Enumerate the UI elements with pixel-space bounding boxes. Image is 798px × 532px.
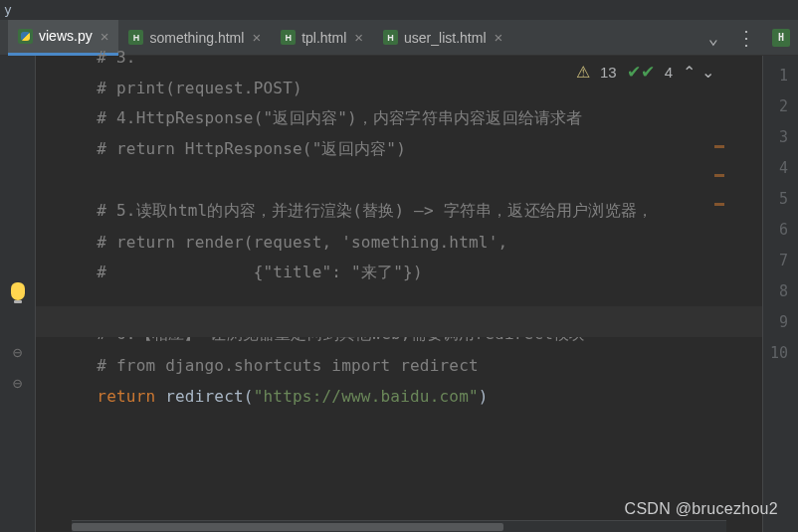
code-line: # return render(request, 'something.html… <box>36 227 762 258</box>
line-number: 3 <box>763 121 798 152</box>
horizontal-scrollbar[interactable] <box>72 520 726 532</box>
fold-icon[interactable]: ⊖ <box>0 337 35 368</box>
python-icon <box>18 29 33 44</box>
code-line <box>36 288 762 319</box>
editor: ⊖ ⊖ ⚠ 13 ✔✔ 4 ⌃ ⌄ # 3. # print(request.P… <box>0 56 798 532</box>
fold-icon[interactable]: ⊖ <box>0 368 35 399</box>
scrollbar-thumb[interactable] <box>72 523 503 531</box>
code-line: # return HttpResponse("返回内容") <box>36 134 762 165</box>
nav-up-icon[interactable]: ⌃ <box>683 63 696 82</box>
line-number: 9 <box>763 306 798 337</box>
warning-count: 13 <box>600 64 617 81</box>
line-number-gutter: 1 2 3 4 5 6 7 8 9 10 <box>762 56 798 532</box>
code-line: # {"title": "来了"}) <box>36 258 762 288</box>
inspection-badges: ⚠ 13 ✔✔ 4 ⌃ ⌄ <box>576 62 714 83</box>
code-line: # from django.shortcuts import redirect <box>36 350 762 381</box>
html-icon[interactable]: H <box>772 29 790 47</box>
code-area[interactable]: ⚠ 13 ✔✔ 4 ⌃ ⌄ # 3. # print(request.POST)… <box>36 56 762 532</box>
line-number: 1 <box>763 60 798 90</box>
line-number: 6 <box>763 214 798 245</box>
code-line: # 5.读取html的内容，并进行渲染(替换) —> 字符串，返还给用户浏览器， <box>36 196 762 227</box>
code-line <box>36 165 762 196</box>
watermark: CSDN @brucezhou2 <box>625 500 778 518</box>
line-number: 10 <box>763 337 798 368</box>
line-number: 7 <box>763 245 798 275</box>
minimap-markers[interactable] <box>714 145 724 206</box>
intention-bulb-icon[interactable] <box>0 275 35 306</box>
line-number: 8 <box>763 275 798 306</box>
warning-icon[interactable]: ⚠ <box>576 63 590 82</box>
line-number: 2 <box>763 90 798 121</box>
check-count: 4 <box>665 64 673 81</box>
line-number: 4 <box>763 152 798 183</box>
gutter: ⊖ ⊖ <box>0 56 36 532</box>
nav-down-icon[interactable]: ⌄ <box>701 63 714 82</box>
top-label: y <box>0 0 798 20</box>
check-icon[interactable]: ✔✔ <box>627 62 655 83</box>
line-number: 5 <box>763 183 798 214</box>
code-line: # 4.HttpResponse("返回内容")，内容字符串内容返回给请求者 <box>36 103 762 134</box>
code-line: return redirect("https://www.baidu.com") <box>36 381 762 412</box>
